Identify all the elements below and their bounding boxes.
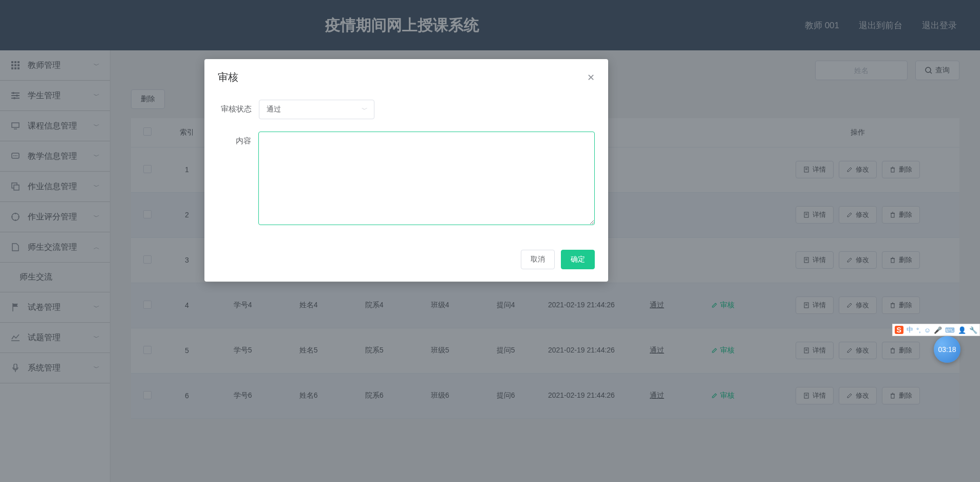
close-icon[interactable]: ✕ <box>587 72 595 83</box>
ime-toolbar[interactable]: S 中 °, ☺ 🎤 ⌨ 👤 🔧 <box>892 324 980 336</box>
ime-user-icon: 👤 <box>958 326 966 334</box>
content-textarea[interactable] <box>258 132 595 225</box>
ime-punct-icon: °, <box>916 326 921 334</box>
status-label: 审核状态 <box>218 100 259 114</box>
confirm-button[interactable]: 确定 <box>561 250 595 269</box>
ime-mic-icon: 🎤 <box>934 326 942 334</box>
review-modal: 审核 ✕ 审核状态 通过 ﹀ 内容 取消 确定 <box>204 59 608 282</box>
cancel-button[interactable]: 取消 <box>521 250 555 269</box>
chevron-down-icon: ﹀ <box>362 105 368 114</box>
status-select[interactable]: 通过 ﹀ <box>259 100 374 119</box>
ime-mode: 中 <box>907 325 913 335</box>
sogou-logo-icon: S <box>895 326 903 334</box>
ime-emoji-icon: ☺ <box>924 326 931 334</box>
ime-keyboard-icon: ⌨ <box>945 326 955 334</box>
modal-title: 审核 <box>218 70 238 84</box>
time-bubble[interactable]: 03:18 <box>934 336 960 363</box>
content-label: 内容 <box>218 132 258 146</box>
ime-tool-icon: 🔧 <box>969 326 977 334</box>
